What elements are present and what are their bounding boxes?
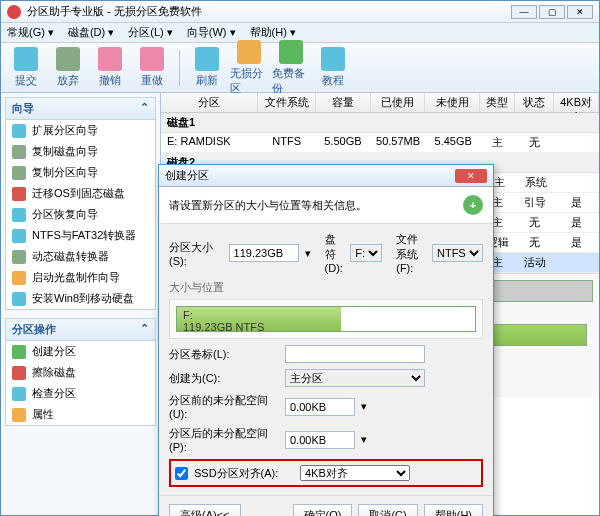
toolbar-button[interactable]: 免费备份: [272, 40, 310, 96]
sidebar-item[interactable]: 检查分区: [6, 383, 155, 404]
toolbar-button[interactable]: 放弃: [49, 47, 87, 88]
add-icon[interactable]: +: [463, 195, 483, 215]
sidebar-item-icon: [12, 408, 26, 422]
sidebar-item[interactable]: 动态磁盘转换器: [6, 246, 155, 267]
stepper-icon[interactable]: ▾: [361, 400, 367, 413]
sidebar-item-icon: [12, 250, 26, 264]
help-button[interactable]: 帮助(H): [424, 504, 483, 516]
space-after-input[interactable]: [285, 431, 355, 449]
sidebar-item[interactable]: NTFS与FAT32转换器: [6, 225, 155, 246]
sidebar-item-icon: [12, 187, 26, 201]
toolbar-button[interactable]: 重做: [133, 47, 171, 88]
sidebar-item[interactable]: 迁移OS到固态磁盘: [6, 183, 155, 204]
size-label: 分区大小(S):: [169, 240, 223, 267]
table-cell: 5.50GB: [316, 135, 370, 150]
menu-item[interactable]: 分区(L) ▾: [128, 25, 173, 40]
wizard-group-title: 向导: [12, 101, 34, 116]
maximize-button[interactable]: ▢: [539, 5, 565, 19]
sidebar-item[interactable]: 复制分区向导: [6, 162, 155, 183]
toolbar-button[interactable]: 教程: [314, 47, 352, 88]
sidebar-item-icon: [12, 166, 26, 180]
table-cell: 引导: [515, 195, 554, 210]
menu-item[interactable]: 帮助(H) ▾: [250, 25, 296, 40]
table-cell: 5.45GB: [426, 135, 480, 150]
toolbar-icon: [195, 47, 219, 71]
sidebar-item[interactable]: 创建分区: [6, 341, 155, 362]
size-input[interactable]: [229, 244, 299, 262]
toolbar-button[interactable]: 提交: [7, 47, 45, 88]
sidebar-item[interactable]: 复制磁盘向导: [6, 141, 155, 162]
sidebar: 向导⌃ 扩展分区向导复制磁盘向导复制分区向导迁移OS到固态磁盘分区恢复向导NTF…: [1, 93, 161, 515]
table-cell: 50.57MB: [370, 135, 426, 150]
ok-button[interactable]: 确定(O): [293, 504, 353, 516]
dialog-titlebar: 创建分区 ✕: [159, 165, 493, 187]
ssd-align-checkbox[interactable]: [175, 467, 188, 480]
column-header[interactable]: 状态: [515, 93, 554, 112]
sidebar-item[interactable]: 扩展分区向导: [6, 120, 155, 141]
space-before-input[interactable]: [285, 398, 355, 416]
advanced-button[interactable]: 高级(A)<<: [169, 504, 241, 516]
column-header[interactable]: 4KB对齐: [554, 93, 599, 112]
create-partition-dialog: 创建分区 ✕ 请设置新分区的大小与位置等相关信息。 + 分区大小(S): ▾ 盘…: [158, 164, 494, 516]
sidebar-item-icon: [12, 271, 26, 285]
sidebar-item-icon: [12, 124, 26, 138]
partition-ops-group: 分区操作⌃ 创建分区擦除磁盘检查分区属性: [5, 318, 156, 426]
toolbar-icon: [279, 40, 303, 64]
toolbar-icon: [98, 47, 122, 71]
create-as-label: 创建为(C):: [169, 371, 279, 386]
toolbar-icon: [140, 47, 164, 71]
column-header[interactable]: 文件系统: [258, 93, 316, 112]
table-row[interactable]: E: RAMDISKNTFS5.50GB50.57MB5.45GB主无: [161, 133, 599, 153]
stepper-icon[interactable]: ▾: [361, 433, 367, 446]
sidebar-item[interactable]: 属性: [6, 404, 155, 425]
column-header[interactable]: 分区: [161, 93, 258, 112]
collapse-icon[interactable]: ⌃: [140, 322, 149, 337]
column-header[interactable]: 未使用: [425, 93, 480, 112]
menu-item[interactable]: 常规(G) ▾: [7, 25, 54, 40]
toolbar-icon: [237, 40, 261, 64]
table-cell: [554, 135, 599, 150]
size-visualizer: F:119.23GB NTFS: [169, 299, 483, 339]
ssd-align-select[interactable]: 4KB对齐: [300, 465, 410, 481]
table-cell: E: RAMDISK: [161, 135, 258, 150]
drive-select[interactable]: F:: [350, 244, 382, 262]
table-cell: 主: [480, 135, 515, 150]
volume-label-input[interactable]: [285, 345, 425, 363]
menu-item[interactable]: 向导(W) ▾: [187, 25, 236, 40]
disk-label[interactable]: 磁盘1: [161, 113, 599, 133]
sidebar-item[interactable]: 擦除磁盘: [6, 362, 155, 383]
toolbar: 提交放弃撤销重做刷新无损分区免费备份教程: [1, 43, 599, 93]
dialog-close-button[interactable]: ✕: [455, 169, 487, 183]
toolbar-icon: [14, 47, 38, 71]
column-header[interactable]: 已使用: [371, 93, 426, 112]
column-header[interactable]: 容量: [316, 93, 371, 112]
sidebar-item[interactable]: 安装Win8到移动硬盘: [6, 288, 155, 309]
sidebar-item[interactable]: 分区恢复向导: [6, 204, 155, 225]
size-bar[interactable]: F:119.23GB NTFS: [176, 306, 476, 332]
size-unit-dropdown[interactable]: ▾: [305, 247, 311, 260]
sidebar-item-icon: [12, 208, 26, 222]
table-cell: 是: [554, 235, 599, 250]
app-title: 分区助手专业版 - 无损分区免费软件: [27, 4, 202, 19]
sidebar-item[interactable]: 启动光盘制作向导: [6, 267, 155, 288]
space-before-label: 分区前的未分配空间(U):: [169, 393, 279, 420]
table-cell: 无: [515, 235, 554, 250]
table-cell: 活动: [515, 255, 554, 270]
menu-item[interactable]: 磁盘(D) ▾: [68, 25, 114, 40]
toolbar-button[interactable]: 刷新: [188, 47, 226, 88]
table-cell: 是: [554, 195, 599, 210]
sidebar-item-icon: [12, 292, 26, 306]
partition-ops-title: 分区操作: [12, 322, 56, 337]
ssd-align-label: SSD分区对齐(A):: [194, 466, 294, 481]
dialog-hint: 请设置新分区的大小与位置等相关信息。 +: [159, 187, 493, 224]
minimize-button[interactable]: —: [511, 5, 537, 19]
table-cell: 无: [515, 215, 554, 230]
cancel-button[interactable]: 取消(C): [358, 504, 417, 516]
fs-select[interactable]: NTFS: [432, 244, 483, 262]
toolbar-button[interactable]: 撤销: [91, 47, 129, 88]
close-button[interactable]: ✕: [567, 5, 593, 19]
toolbar-button[interactable]: 无损分区: [230, 40, 268, 96]
column-header[interactable]: 类型: [480, 93, 515, 112]
collapse-icon[interactable]: ⌃: [140, 101, 149, 116]
create-as-select[interactable]: 主分区: [285, 369, 425, 387]
